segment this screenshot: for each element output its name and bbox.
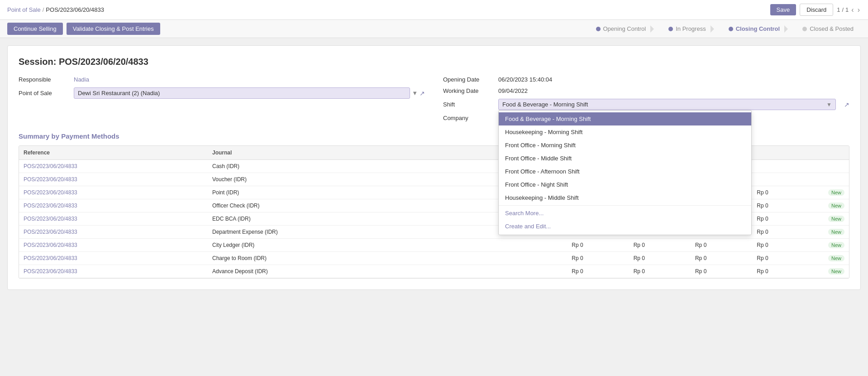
top-bar: Point of Sale / POS/2023/06/20/4833 Save… <box>0 0 868 20</box>
pos-input-row: ▼ ↗ <box>74 87 425 99</box>
cell-journal-8: Advance Deposit (IDR) <box>208 265 432 278</box>
discard-button[interactable]: Discard <box>800 4 833 16</box>
pagination-next[interactable]: › <box>857 6 861 14</box>
shift-external-link-icon[interactable]: ↗ <box>844 101 849 108</box>
pagination-prev[interactable]: ‹ <box>850 6 854 14</box>
cell-starting-balance-7: Rp 0 <box>432 252 588 265</box>
cell-reference-7[interactable]: POS/2023/06/20/4833 <box>19 252 208 265</box>
status-bar: Opening Control In Progress Closing Cont… <box>589 25 861 33</box>
shift-field-container: Food & Beverage - Morning Shift ▼ Food &… <box>498 99 836 110</box>
action-bar: Continue Selling Validate Closing & Post… <box>0 20 868 38</box>
shift-dropdown-trigger[interactable]: Food & Beverage - Morning Shift ▼ <box>498 99 836 110</box>
continue-selling-button[interactable]: Continue Selling <box>7 23 63 35</box>
shift-dropdown-arrow-icon: ▼ <box>826 101 832 108</box>
working-date-value: 09/04/2022 <box>498 87 528 94</box>
pos-input[interactable] <box>74 87 410 99</box>
cell-reference-8[interactable]: POS/2023/06/20/4833 <box>19 265 208 278</box>
opening-date-row: Opening Date 06/20/2023 15:40:04 <box>443 76 849 83</box>
cell-reference-3[interactable]: POS/2023/06/20/4833 <box>19 199 208 212</box>
shift-popup-divider <box>499 205 751 206</box>
col-journal: Journal <box>208 146 432 160</box>
status-badge: New <box>828 255 844 261</box>
cell-journal-4: EDC BCA (IDR) <box>208 212 432 226</box>
cell-col5-7: Rp 0 <box>711 252 773 265</box>
cell-reference-2[interactable]: POS/2023/06/20/4833 <box>19 186 208 199</box>
status-badge: New <box>828 229 844 235</box>
pos-dropdown-arrow: ▼ <box>412 90 418 96</box>
cell-badge-6: New <box>773 239 849 252</box>
cell-journal-6: City Ledger (IDR) <box>208 239 432 252</box>
status-step-opening: Opening Control <box>589 25 662 33</box>
cell-transactions-8: Rp 0 <box>588 265 649 278</box>
cell-col4-7: Rp 0 <box>649 252 711 265</box>
shift-popup: Food & Beverage - Morning Shift Housekee… <box>498 110 752 235</box>
status-dot-closed <box>802 27 807 31</box>
status-label-closed: Closed & Posted <box>810 25 854 32</box>
cell-reference-5[interactable]: POS/2023/06/20/4833 <box>19 226 208 239</box>
cell-journal-2: Point (IDR) <box>208 186 432 199</box>
working-date-row: Working Date 09/04/2022 <box>443 87 849 94</box>
cell-journal-0: Cash (IDR) <box>208 160 432 173</box>
company-label: Company <box>443 115 493 121</box>
table-row: POS/2023/06/20/4833 City Ledger (IDR) Rp… <box>19 239 849 252</box>
main-content: Session: POS/2023/06/20/4833 Responsible… <box>7 45 861 290</box>
shift-create-edit[interactable]: Create and Edit... <box>499 220 751 233</box>
cell-col4-6: Rp 0 <box>649 239 711 252</box>
cell-reference-0[interactable]: POS/2023/06/20/4833 <box>19 160 208 173</box>
shift-search-more[interactable]: Search More... <box>499 207 751 220</box>
status-badge: New <box>828 189 844 196</box>
status-badge: New <box>828 242 844 248</box>
cell-badge-4: New <box>773 212 849 226</box>
responsible-value[interactable]: Nadia <box>74 76 89 83</box>
responsible-label: Responsible <box>19 76 68 83</box>
session-title: Session: POS/2023/06/20/4833 <box>19 57 849 67</box>
table-row: POS/2023/06/20/4833 Advance Deposit (IDR… <box>19 265 849 278</box>
status-label-opening: Opening Control <box>603 25 646 32</box>
status-badge: New <box>828 268 844 275</box>
status-step-closed: Closed & Posted <box>795 25 861 32</box>
shift-option-2[interactable]: Housekeeping - Morning Shift <box>499 125 751 139</box>
cell-journal-1: Voucher (IDR) <box>208 173 432 186</box>
cell-starting-balance-6: Rp 0 <box>432 239 588 252</box>
cell-reference-4[interactable]: POS/2023/06/20/4833 <box>19 212 208 226</box>
cell-reference-6[interactable]: POS/2023/06/20/4833 <box>19 239 208 252</box>
cell-badge-8: New <box>773 265 849 278</box>
working-date-label: Working Date <box>443 87 493 94</box>
shift-option-3[interactable]: Front Office - Morning Shift <box>499 139 751 152</box>
shift-option-4[interactable]: Front Office - Middle Shift <box>499 152 751 165</box>
breadcrumb-separator: / <box>43 6 44 13</box>
cell-col4-8: Rp 0 <box>649 265 711 278</box>
pagination-separator: / <box>842 6 844 13</box>
pos-label: Point of Sale <box>19 90 68 96</box>
col-extra3 <box>773 146 849 160</box>
status-step-inprogress: In Progress <box>661 25 721 33</box>
opening-date-value: 06/20/2023 15:40:04 <box>498 76 552 83</box>
status-label-inprogress: In Progress <box>676 25 706 32</box>
pagination-current: 1 <box>837 6 840 13</box>
cell-transactions-6: Rp 0 <box>588 239 649 252</box>
pos-external-link-icon[interactable]: ↗ <box>420 90 425 97</box>
col-reference: Reference <box>19 146 208 160</box>
breadcrumb-parent[interactable]: Point of Sale <box>7 6 41 13</box>
cell-badge-2: New <box>773 186 849 199</box>
shift-option-7[interactable]: Housekeeping - Middle Shift <box>499 191 751 204</box>
cell-starting-balance-8: Rp 0 <box>432 265 588 278</box>
form-grid: Responsible Nadia Point of Sale ▼ ↗ Open… <box>19 76 849 121</box>
shift-option-1[interactable]: Food & Beverage - Morning Shift <box>499 112 751 125</box>
breadcrumb: Point of Sale / POS/2023/06/20/4833 <box>7 6 767 13</box>
opening-date-label: Opening Date <box>443 76 493 83</box>
cell-reference-1[interactable]: POS/2023/06/20/4833 <box>19 173 208 186</box>
pagination-total: 1 <box>845 6 849 13</box>
cell-journal-7: Charge to Room (IDR) <box>208 252 432 265</box>
cell-journal-3: Officer Check (IDR) <box>208 199 432 212</box>
shift-option-5[interactable]: Front Office - Afternoon Shift <box>499 165 751 178</box>
breadcrumb-current: POS/2023/06/20/4833 <box>46 6 104 13</box>
cell-transactions-7: Rp 0 <box>588 252 649 265</box>
validate-closing-button[interactable]: Validate Closing & Post Entries <box>67 23 160 35</box>
shift-option-6[interactable]: Front Office - Night Shift <box>499 178 751 191</box>
status-badge: New <box>828 216 844 222</box>
cell-badge-7: New <box>773 252 849 265</box>
status-badge: New <box>828 202 844 209</box>
save-button[interactable]: Save <box>770 4 796 15</box>
shift-row: Shift Food & Beverage - Morning Shift ▼ … <box>443 99 849 110</box>
